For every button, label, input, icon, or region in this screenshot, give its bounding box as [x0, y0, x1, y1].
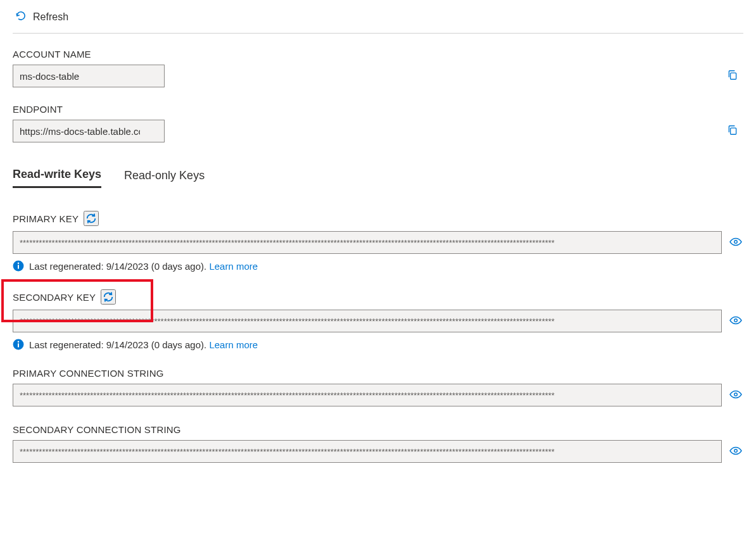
- secondary-key-section: SECONDARY KEY **************************…: [13, 289, 743, 350]
- tab-read-write-keys[interactable]: Read-write Keys: [13, 168, 101, 188]
- eye-icon: [729, 236, 742, 250]
- svg-rect-8: [18, 343, 19, 347]
- account-name-input[interactable]: [13, 65, 165, 87]
- copy-endpoint-button[interactable]: [726, 123, 740, 139]
- eye-icon: [729, 444, 742, 459]
- endpoint-input[interactable]: [13, 120, 165, 142]
- svg-rect-4: [18, 265, 19, 268]
- regenerate-primary-key-button[interactable]: [84, 211, 99, 226]
- copy-icon: [727, 125, 738, 138]
- secondary-key-label: SECONDARY KEY: [13, 292, 96, 303]
- primary-connection-string-label: PRIMARY CONNECTION STRING: [13, 368, 164, 379]
- svg-point-11: [734, 449, 738, 452]
- secondary-connection-string-section: SECONDARY CONNECTION STRING ************…: [13, 424, 743, 463]
- svg-point-9: [18, 341, 19, 343]
- keys-tabs: Read-write Keys Read-only Keys: [13, 168, 743, 188]
- eye-icon: [729, 314, 742, 329]
- primary-key-input[interactable]: ****************************************…: [13, 231, 722, 254]
- primary-connection-string-input[interactable]: ****************************************…: [13, 384, 722, 406]
- svg-point-2: [734, 240, 738, 243]
- endpoint-group: ENDPOINT: [13, 104, 743, 142]
- svg-point-6: [734, 318, 738, 322]
- primary-connection-string-section: PRIMARY CONNECTION STRING **************…: [13, 368, 743, 406]
- account-name-label: ACCOUNT NAME: [13, 49, 743, 60]
- secondary-key-input[interactable]: ****************************************…: [13, 310, 722, 332]
- svg-point-10: [734, 393, 738, 396]
- show-primary-key-button[interactable]: [728, 234, 743, 251]
- primary-key-label: PRIMARY KEY: [13, 213, 79, 224]
- info-icon: [13, 339, 24, 350]
- primary-key-learn-more-link[interactable]: Learn more: [209, 261, 258, 272]
- show-primary-connection-string-button[interactable]: [728, 387, 743, 404]
- secondary-key-info-text: Last regenerated: 9/14/2023 (0 days ago)…: [29, 339, 209, 350]
- toolbar: Refresh: [13, 3, 743, 34]
- secondary-connection-string-input[interactable]: ****************************************…: [13, 440, 722, 463]
- info-icon: [13, 260, 24, 272]
- show-secondary-key-button[interactable]: [728, 313, 743, 330]
- show-secondary-connection-string-button[interactable]: [728, 443, 743, 460]
- primary-key-info-text: Last regenerated: 9/14/2023 (0 days ago)…: [29, 261, 209, 272]
- tab-read-only-keys[interactable]: Read-only Keys: [124, 168, 205, 188]
- svg-rect-1: [731, 128, 736, 134]
- regenerate-secondary-key-button[interactable]: [101, 289, 116, 305]
- copy-icon: [727, 70, 738, 83]
- refresh-button[interactable]: Refresh: [13, 9, 71, 25]
- eye-icon: [729, 388, 742, 403]
- svg-rect-0: [731, 73, 736, 79]
- refresh-label: Refresh: [33, 11, 68, 23]
- primary-key-info: Last regenerated: 9/14/2023 (0 days ago)…: [13, 260, 743, 272]
- svg-point-5: [18, 263, 19, 264]
- refresh-icon: [15, 10, 27, 24]
- account-name-group: ACCOUNT NAME: [13, 49, 743, 87]
- copy-account-name-button[interactable]: [726, 68, 740, 84]
- secondary-key-info: Last regenerated: 9/14/2023 (0 days ago)…: [13, 339, 743, 350]
- secondary-key-learn-more-link[interactable]: Learn more: [209, 339, 258, 350]
- primary-key-section: PRIMARY KEY ****************************…: [13, 211, 743, 272]
- secondary-connection-string-label: SECONDARY CONNECTION STRING: [13, 424, 181, 435]
- endpoint-label: ENDPOINT: [13, 104, 743, 115]
